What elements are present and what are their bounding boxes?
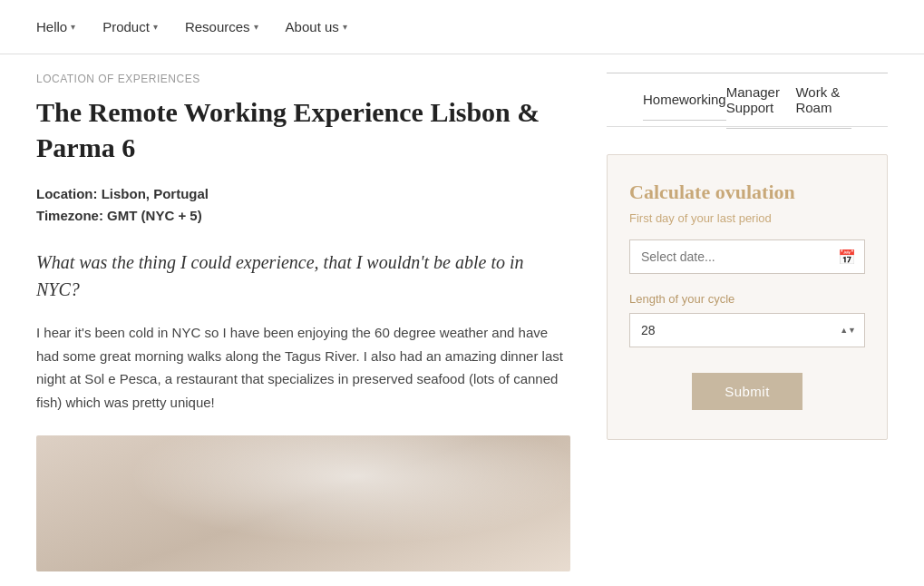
cycle-select-wrapper: 24 25 26 27 28 29 30 31 32 33 34 ▲▼: [629, 313, 865, 347]
page-layout: LOCATION OF EXPERIENCES The Remote Worki…: [0, 54, 924, 586]
nav-label-product: Product: [102, 19, 150, 34]
main-nav: Hello ▾ Product ▾ Resources ▾ About us ▾: [0, 0, 924, 54]
chevron-down-icon: ▾: [343, 22, 347, 32]
date-input-wrapper: 📅: [629, 239, 865, 274]
nav-item-resources[interactable]: Resources ▾: [185, 19, 258, 34]
location-text: Location: Lisbon, Portugal: [36, 183, 570, 205]
nav-label-resources: Resources: [185, 19, 250, 34]
article-image: [36, 435, 570, 571]
nav-item-hello[interactable]: Hello ▾: [36, 19, 75, 34]
submit-button[interactable]: Submit: [692, 373, 802, 410]
sidebar-item-work-roam[interactable]: Work & Roam: [795, 72, 851, 129]
widget-title: Calculate ovulation: [629, 181, 865, 204]
timezone-text: Timezone: GMT (NYC + 5): [36, 205, 570, 227]
ovulation-widget: Calculate ovulation First day of your la…: [607, 154, 888, 440]
chevron-down-icon: ▾: [71, 22, 75, 32]
cycle-label: Length of your cycle: [629, 292, 865, 306]
main-content: LOCATION OF EXPERIENCES The Remote Worki…: [36, 73, 570, 571]
sidebar: Homeworking Manager Support Work & Roam …: [607, 73, 888, 571]
nav-label-about: About us: [286, 19, 339, 34]
article-title: The Remote Working Experience Lisbon & P…: [36, 94, 570, 165]
chevron-down-icon: ▾: [153, 22, 158, 32]
sidebar-item-manager-support[interactable]: Manager Support: [726, 72, 796, 129]
nav-item-product[interactable]: Product ▾: [102, 19, 158, 34]
breadcrumb: LOCATION OF EXPERIENCES: [36, 73, 570, 85]
nav-item-about[interactable]: About us ▾: [286, 19, 347, 34]
cycle-select[interactable]: 24 25 26 27 28 29 30 31 32 33 34: [629, 313, 865, 347]
nav-label-hello: Hello: [36, 19, 67, 34]
sidebar-nav: Homeworking Manager Support Work & Roam: [607, 73, 888, 127]
chevron-down-icon: ▾: [254, 22, 258, 32]
article-image-inner: [36, 435, 570, 571]
location-info: Location: Lisbon, Portugal Timezone: GMT…: [36, 183, 570, 227]
article-body: I hear it's been cold in NYC so I have b…: [36, 321, 570, 414]
first-day-label: First day of your last period: [629, 211, 865, 225]
date-input[interactable]: [629, 239, 865, 274]
sidebar-item-homeworking[interactable]: Homeworking: [643, 79, 726, 121]
pull-quote: What was the thing I could experience, t…: [36, 249, 570, 303]
